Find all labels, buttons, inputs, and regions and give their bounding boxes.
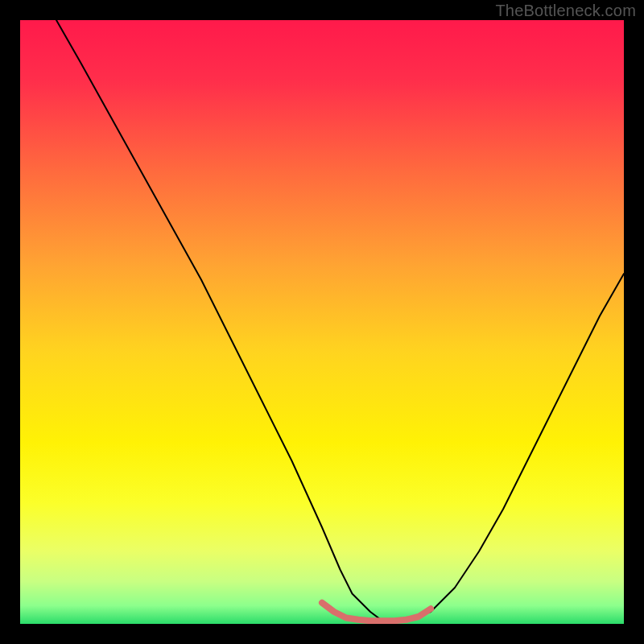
curve-overlay	[20, 20, 624, 624]
chart-frame: TheBottleneck.com	[0, 0, 644, 644]
optimal-region	[322, 603, 431, 621]
bottleneck-curve	[56, 20, 624, 621]
attribution-text: TheBottleneck.com	[495, 2, 636, 20]
plot-area	[20, 20, 624, 624]
